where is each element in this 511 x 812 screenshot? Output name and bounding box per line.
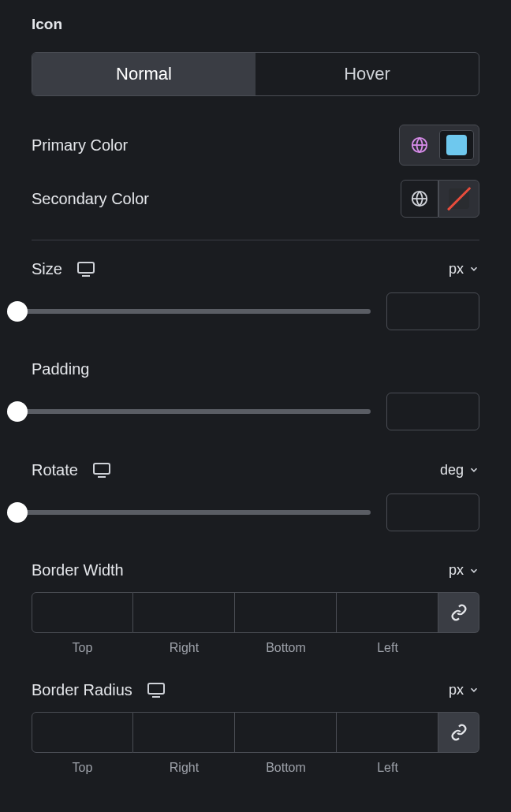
secondary-color-global-button[interactable] bbox=[401, 180, 438, 218]
link-icon bbox=[450, 724, 468, 741]
svg-rect-6 bbox=[94, 464, 110, 474]
border-radius-inputs: Top Right Bottom Left bbox=[32, 712, 479, 775]
bottom-label: Bottom bbox=[266, 761, 306, 775]
no-color-swatch bbox=[449, 188, 469, 209]
globe-icon bbox=[411, 190, 428, 207]
border-width-unit-select[interactable]: px bbox=[449, 562, 479, 579]
chevron-down-icon bbox=[468, 565, 479, 576]
right-label: Right bbox=[170, 761, 199, 775]
padding-group: Padding bbox=[32, 360, 479, 430]
border-radius-unit-value: px bbox=[449, 682, 464, 698]
border-radius-link-button[interactable] bbox=[438, 712, 479, 753]
rotate-input[interactable] bbox=[386, 494, 479, 531]
divider bbox=[32, 240, 479, 240]
size-label: Size bbox=[32, 260, 62, 278]
svg-rect-8 bbox=[148, 683, 164, 694]
rotate-unit-select[interactable]: deg bbox=[440, 462, 479, 479]
no-color-line-icon bbox=[447, 187, 471, 210]
border-width-inputs: Top Right Bottom Left bbox=[32, 592, 479, 655]
chevron-down-icon bbox=[468, 684, 479, 695]
svg-rect-4 bbox=[78, 263, 94, 273]
link-icon bbox=[450, 604, 468, 621]
desktop-icon[interactable] bbox=[76, 259, 95, 278]
desktop-icon[interactable] bbox=[92, 460, 111, 479]
slider-thumb[interactable] bbox=[7, 502, 28, 523]
tab-hover[interactable]: Hover bbox=[255, 53, 479, 95]
border-width-link-button[interactable] bbox=[438, 592, 479, 633]
padding-slider[interactable] bbox=[17, 409, 371, 414]
top-label: Top bbox=[73, 761, 93, 775]
primary-color-swatch[interactable] bbox=[439, 130, 474, 160]
rotate-label: Rotate bbox=[32, 461, 78, 479]
section-title: Icon bbox=[32, 16, 479, 33]
border-radius-left-input[interactable] bbox=[337, 712, 438, 753]
size-group: Size px bbox=[32, 259, 479, 330]
border-width-bottom-input[interactable] bbox=[235, 592, 337, 633]
size-unit-value: px bbox=[449, 261, 464, 277]
desktop-icon[interactable] bbox=[147, 680, 166, 699]
border-radius-bottom-input[interactable] bbox=[235, 712, 337, 753]
slider-thumb[interactable] bbox=[7, 301, 28, 322]
left-label: Left bbox=[377, 761, 398, 775]
rotate-unit-value: deg bbox=[440, 462, 464, 479]
border-radius-top-input[interactable] bbox=[32, 712, 133, 753]
tab-normal[interactable]: Normal bbox=[32, 53, 255, 95]
border-width-label: Border Width bbox=[32, 561, 124, 579]
secondary-color-controls bbox=[401, 180, 479, 218]
chevron-down-icon bbox=[468, 263, 479, 274]
slider-thumb[interactable] bbox=[7, 401, 28, 422]
size-unit-select[interactable]: px bbox=[449, 261, 479, 277]
primary-color-row: Primary Color bbox=[32, 125, 479, 166]
primary-color-global-button[interactable] bbox=[405, 130, 435, 160]
padding-label: Padding bbox=[32, 360, 89, 378]
chevron-down-icon bbox=[468, 464, 479, 475]
rotate-slider[interactable] bbox=[17, 510, 371, 515]
border-width-right-input[interactable] bbox=[133, 592, 235, 633]
top-label: Top bbox=[73, 641, 93, 655]
left-label: Left bbox=[377, 641, 398, 655]
padding-input[interactable] bbox=[386, 393, 479, 430]
border-radius-right-input[interactable] bbox=[133, 712, 235, 753]
state-tabs: Normal Hover bbox=[32, 52, 479, 96]
border-radius-label: Border Radius bbox=[32, 681, 132, 699]
border-radius-unit-select[interactable]: px bbox=[449, 682, 479, 698]
right-label: Right bbox=[170, 641, 199, 655]
size-input[interactable] bbox=[386, 292, 479, 330]
border-width-left-input[interactable] bbox=[337, 592, 438, 633]
primary-color-label: Primary Color bbox=[32, 136, 128, 155]
globe-icon bbox=[411, 136, 428, 154]
primary-color-controls bbox=[399, 125, 479, 166]
border-width-group: Border Width px Top Right Bottom Left bbox=[32, 561, 479, 655]
secondary-color-swatch[interactable] bbox=[438, 180, 479, 218]
bottom-label: Bottom bbox=[266, 641, 306, 655]
secondary-color-label: Secondary Color bbox=[32, 190, 149, 208]
color-swatch bbox=[446, 135, 467, 155]
secondary-color-row: Secondary Color bbox=[32, 180, 479, 218]
border-width-top-input[interactable] bbox=[32, 592, 133, 633]
border-radius-group: Border Radius px Top Right Bottom Left bbox=[32, 680, 479, 775]
rotate-group: Rotate deg bbox=[32, 460, 479, 531]
border-width-unit-value: px bbox=[449, 562, 464, 579]
size-slider[interactable] bbox=[17, 309, 371, 314]
